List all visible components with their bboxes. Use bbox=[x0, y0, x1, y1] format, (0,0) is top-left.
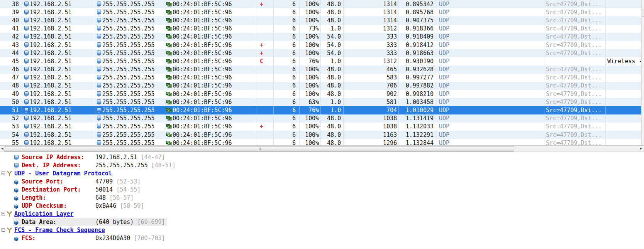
cell-mac-text: 00:24:01:BF:5C:96 bbox=[173, 1, 232, 8]
decode-field-row[interactable]: FCS:0x234D0A30 [700-703] bbox=[0, 234, 644, 242]
cell-no: 43 bbox=[0, 41, 22, 49]
packet-row[interactable]: 40192.168.2.51255.255.255.255P00:24:01:B… bbox=[0, 16, 642, 24]
scroll-right-arrow-icon[interactable]: ▶ bbox=[639, 146, 643, 151]
cell-rate: 48.0 bbox=[321, 16, 344, 24]
packet-row[interactable]: 48192.168.2.51255.255.255.255P00:24:01:B… bbox=[0, 82, 642, 90]
cell-time-text: 0.918663 bbox=[406, 50, 434, 57]
decode-field-row[interactable]: Data Area:(640 bytes) [60-699] bbox=[0, 218, 644, 226]
cell-protocol: UDP bbox=[437, 33, 544, 41]
cell-flag: + bbox=[256, 41, 274, 49]
packet-row[interactable]: 53192.168.2.51255.255.255.255P00:24:01:B… bbox=[0, 123, 642, 131]
packet-row[interactable]: 51192.168.2.51255.255.255.255P00:24:01:B… bbox=[0, 106, 642, 114]
cell-rate-text: 1.0 bbox=[330, 99, 341, 106]
cell-channel: 6 bbox=[274, 90, 300, 98]
cell-time: 1.010029 bbox=[399, 106, 437, 114]
cell-details: Src=47709,Dst... bbox=[544, 0, 606, 8]
cell-protocol-text: UDP bbox=[439, 33, 449, 40]
decode-field-row[interactable]: Length:648 [56-57] bbox=[0, 193, 644, 202]
host-icon bbox=[24, 50, 29, 56]
cell-details-text: Src=47709,Dst... bbox=[546, 91, 602, 98]
cell-mac: P00:24:01:BF:5C:96 bbox=[165, 41, 256, 49]
packet-row[interactable]: 39192.168.2.51255.255.255.255P00:24:01:B… bbox=[0, 8, 642, 16]
horizontal-scrollbar[interactable]: ◀ ▶ bbox=[0, 145, 644, 152]
collapse-expander-icon[interactable] bbox=[2, 228, 5, 232]
cell-rate: 54.0 bbox=[321, 33, 344, 41]
cell-time-text: 1.131419 bbox=[406, 115, 434, 122]
cell-rate: 48.0 bbox=[321, 74, 344, 82]
packet-row[interactable]: 43192.168.2.51255.255.255.255P00:24:01:B… bbox=[0, 41, 642, 49]
layer-title[interactable]: FCS - Frame Check Sequence bbox=[14, 227, 105, 234]
cell-signal: 100% bbox=[300, 16, 321, 24]
decode-field-row[interactable]: Source IP Address:192.168.2.51 [44-47] bbox=[0, 153, 644, 161]
layer-title[interactable]: UDP - User Datagram Protocol bbox=[14, 170, 112, 177]
packet-row[interactable]: 49192.168.2.51255.255.255.255P00:24:01:B… bbox=[0, 90, 642, 98]
packet-row[interactable]: 42192.168.2.51255.255.255.255P00:24:01:B… bbox=[0, 33, 642, 41]
packet-row[interactable]: 50192.168.2.51255.255.255.255P00:24:01:B… bbox=[0, 98, 642, 106]
cube-icon bbox=[14, 188, 19, 193]
decode-field-row[interactable]: Dest. IP Address:255.255.255.255 [48-51] bbox=[0, 161, 644, 169]
decode-field-row[interactable]: Destination Port:50014 [54-55] bbox=[0, 185, 644, 193]
cell-dst_ip-text: 255.255.255.255 bbox=[102, 107, 154, 114]
packet-row[interactable]: 44192.168.2.51255.255.255.255P00:24:01:B… bbox=[0, 49, 642, 57]
decode-layer-row[interactable]: FCS - Frame Check Sequence bbox=[0, 226, 644, 234]
cell-src_ip: 192.168.2.51 bbox=[22, 90, 95, 98]
cell-src_ip: 192.168.2.51 bbox=[22, 82, 95, 90]
cell-src_ip-text: 192.168.2.51 bbox=[30, 140, 71, 145]
cube-icon bbox=[14, 204, 19, 209]
svg-text:P: P bbox=[169, 126, 171, 129]
packet-row[interactable]: 47192.168.2.51255.255.255.255P00:24:01:B… bbox=[0, 74, 642, 82]
cell-no: 49 bbox=[0, 90, 22, 98]
cell-size-text: 1314 bbox=[383, 17, 397, 24]
decode-layer-row[interactable]: UDP - User Datagram Protocol bbox=[0, 169, 644, 177]
cell-signal: 100% bbox=[300, 74, 321, 82]
packet-decode-tree[interactable]: Source IP Address:192.168.2.51 [44-47]De… bbox=[0, 153, 644, 249]
host-icon bbox=[24, 18, 29, 23]
cell-rate: 54.0 bbox=[321, 49, 344, 57]
host-icon bbox=[97, 99, 102, 105]
byte-range: [56-57] bbox=[109, 194, 134, 201]
cell-time-text: 0.930190 bbox=[406, 58, 434, 65]
vertical-scrollbar-thumb[interactable] bbox=[642, 10, 644, 17]
cell-dst_ip: 255.255.255.255 bbox=[95, 49, 165, 57]
svg-text:P: P bbox=[169, 134, 171, 137]
cell-mac-text: 00:24:01:BF:5C:96 bbox=[173, 42, 232, 49]
vertical-scrollbar[interactable] bbox=[641, 0, 644, 145]
collapse-expander-icon[interactable] bbox=[2, 212, 5, 215]
layer-title[interactable]: Application Layer bbox=[14, 210, 74, 217]
host-icon bbox=[24, 10, 29, 15]
packet-row[interactable]: 55192.168.2.51255.255.255.255P00:24:01:B… bbox=[0, 139, 642, 145]
decode-field-row[interactable]: UDP Checksum:0xBA46 [58-59] bbox=[0, 202, 644, 210]
packet-list[interactable]: 38192.168.2.51255.255.255.255P00:24:01:B… bbox=[0, 0, 642, 145]
cell-time-text: 0.997277 bbox=[406, 74, 434, 81]
cell-no: 53 bbox=[0, 123, 22, 131]
cell-src_ip-text: 192.168.2.51 bbox=[30, 131, 71, 138]
svg-text:P: P bbox=[169, 12, 171, 15]
collapse-expander-icon[interactable] bbox=[2, 172, 5, 175]
cell-signal: 100% bbox=[300, 66, 321, 74]
cell-channel-text: 6 bbox=[292, 115, 296, 122]
cell-no-text: 55 bbox=[12, 140, 19, 145]
cell-signal-text: 100% bbox=[305, 123, 319, 130]
cell-size-text: 583 bbox=[386, 74, 397, 81]
cell-no-text: 39 bbox=[12, 9, 19, 16]
decode-field-row[interactable]: Source Port:47709 [52-53] bbox=[0, 177, 644, 185]
packet-row[interactable]: 41192.168.2.51255.255.255.255P00:24:01:B… bbox=[0, 25, 642, 33]
packet-row[interactable]: 52192.168.2.51255.255.255.255P00:24:01:B… bbox=[0, 114, 642, 123]
horizontal-scrollbar-thumb[interactable] bbox=[4, 146, 514, 151]
decode-layer-row[interactable]: Application Layer bbox=[0, 210, 644, 218]
cell-details-text: Src=47709,Dst... bbox=[546, 115, 602, 122]
cell-mac-text: 00:24:01:BF:5C:96 bbox=[173, 17, 232, 24]
packet-row[interactable]: 46192.168.2.51255.255.255.255P00:24:01:B… bbox=[0, 66, 642, 74]
cell-src_ip-text: 192.168.2.51 bbox=[30, 107, 71, 114]
packet-row[interactable]: 45192.168.2.51255.255.255.255P00:24:01:B… bbox=[0, 57, 642, 65]
cell-rate: 48.0 bbox=[321, 0, 344, 8]
packet-row[interactable]: 54192.168.2.51255.255.255.255P00:24:01:B… bbox=[0, 131, 642, 139]
cell-rate-text: 48.0 bbox=[327, 1, 341, 8]
adapter-icon: P bbox=[166, 108, 172, 113]
packet-row[interactable]: 38192.168.2.51255.255.255.255P00:24:01:B… bbox=[0, 0, 642, 8]
cell-time: 0.895342 bbox=[399, 0, 437, 8]
adapter-icon: P bbox=[166, 83, 172, 88]
layer-icon bbox=[7, 227, 12, 233]
cell-signal-text: 100% bbox=[305, 66, 319, 73]
cell-size: 1314 bbox=[344, 8, 399, 16]
